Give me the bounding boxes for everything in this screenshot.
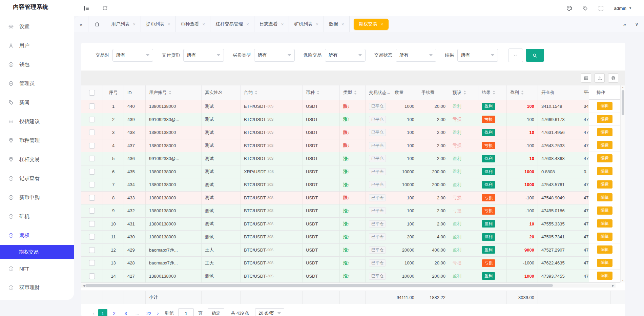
col-header-coin[interactable]: 币种 — [303, 85, 340, 100]
horizontal-scrollbar[interactable]: ◀ ▶ — [81, 283, 616, 288]
sidebar-item-miner[interactable]: 矿机 — [0, 207, 74, 226]
prev-page-icon[interactable]: ‹ — [91, 311, 96, 316]
sort-icon[interactable] — [354, 91, 357, 95]
sidebar-item-news[interactable]: 新闻 — [0, 93, 74, 112]
sidebar-item-records[interactable]: 记录查看 — [0, 169, 74, 188]
sidebar-item-currency[interactable]: 币种管理 — [0, 131, 74, 150]
tabs-menu-icon[interactable]: ∨ — [635, 21, 639, 27]
tab-data[interactable]: 数据× — [324, 16, 350, 32]
edit-button[interactable]: 编辑 — [597, 180, 612, 189]
sort-icon[interactable] — [255, 91, 257, 95]
goto-page-input[interactable] — [178, 308, 194, 316]
sidebar-item-admins[interactable]: 管理员 — [0, 74, 74, 93]
tab-close-icon[interactable]: × — [316, 22, 318, 27]
tab-close-icon[interactable]: × — [281, 22, 284, 27]
sidebar-item-nft[interactable]: NFT — [0, 259, 74, 278]
row-checkbox[interactable] — [89, 247, 95, 253]
sidebar-item-options[interactable]: 期权 — [0, 226, 74, 245]
sort-icon[interactable] — [317, 91, 319, 95]
tab-close-icon[interactable]: × — [246, 22, 249, 27]
edit-button[interactable]: 编辑 — [597, 206, 612, 215]
edit-button[interactable]: 编辑 — [597, 245, 612, 254]
confirm-button[interactable]: 确定 — [208, 308, 224, 316]
filter-select-pair[interactable]: 所有 — [112, 49, 153, 62]
home-tab-icon[interactable] — [88, 16, 106, 32]
sort-icon[interactable] — [521, 91, 524, 95]
print-icon[interactable] — [608, 73, 618, 83]
sidebar-item-wallet[interactable]: $钱包 — [0, 55, 74, 74]
edit-button[interactable]: 编辑 — [597, 154, 612, 162]
col-header-preset[interactable]: 预设 — [449, 85, 478, 100]
col-header-profit[interactable]: 盈利 — [507, 85, 538, 100]
row-checkbox[interactable] — [89, 103, 95, 109]
collapse-menu-icon[interactable] — [83, 5, 90, 12]
vertical-scroll-thumb[interactable] — [622, 90, 624, 115]
col-header-status[interactable]: 交易状态... — [366, 85, 391, 100]
pagination-page-22[interactable]: 22 — [144, 309, 153, 316]
pagination-page-3[interactable]: 3 — [121, 309, 130, 316]
sidebar-item-dual-finance[interactable]: 双币理财 — [0, 278, 74, 297]
refresh-icon[interactable] — [102, 5, 108, 12]
tab-close-icon[interactable]: × — [133, 22, 136, 27]
sidebar-item-feedback[interactable]: 投拆建议 — [0, 112, 74, 131]
col-header-contract[interactable]: 合约 — [241, 85, 303, 100]
scroll-right-icon[interactable]: ▶ — [611, 284, 615, 287]
row-checkbox[interactable] — [89, 260, 95, 266]
row-checkbox[interactable] — [89, 221, 95, 227]
tab-close-icon[interactable]: × — [168, 22, 170, 27]
tab-close-icon[interactable]: × — [203, 22, 205, 27]
tabs-scroll-left-icon[interactable]: « — [74, 16, 88, 32]
filter-select-trade-type[interactable]: 所有 — [254, 49, 295, 62]
tab-log-view[interactable]: 日志查看× — [254, 16, 289, 32]
sidebar-item-settings[interactable]: 设置 — [0, 17, 74, 36]
row-checkbox[interactable] — [89, 143, 95, 149]
edit-button[interactable]: 编辑 — [597, 115, 612, 123]
tab-close-icon[interactable]: × — [341, 22, 344, 27]
row-checkbox[interactable] — [89, 117, 95, 122]
scroll-down-icon[interactable]: ▼ — [622, 278, 624, 282]
filter-expand-button[interactable] — [508, 48, 523, 62]
tab-leverage-mgmt[interactable]: 杠杆交易管理× — [210, 16, 254, 32]
pagination-page-2[interactable]: 2 — [110, 309, 119, 316]
sort-icon[interactable] — [493, 91, 495, 95]
sidebar-item-users[interactable]: 用户 — [0, 36, 74, 55]
row-checkbox[interactable] — [89, 273, 95, 279]
tab-miner-list[interactable]: 矿机列表× — [289, 16, 324, 32]
filter-select-pay-currency[interactable]: 所有 — [183, 49, 224, 62]
filter-select-insurance[interactable]: 所有 — [325, 49, 366, 62]
row-checkbox[interactable] — [89, 182, 95, 187]
tag-icon[interactable] — [582, 5, 588, 12]
horizontal-scroll-thumb[interactable] — [85, 284, 553, 287]
edit-button[interactable]: 编辑 — [597, 219, 612, 228]
edit-button[interactable]: 编辑 — [597, 259, 612, 267]
row-checkbox[interactable] — [89, 156, 95, 161]
edit-button[interactable]: 编辑 — [597, 193, 612, 201]
export-download-icon[interactable] — [595, 73, 605, 83]
row-checkbox[interactable] — [89, 234, 95, 240]
row-checkbox[interactable] — [89, 208, 95, 214]
page-size-select[interactable]: 20 条/页 — [255, 308, 284, 316]
sort-icon[interactable] — [463, 91, 466, 95]
edit-button[interactable]: 编辑 — [597, 128, 612, 136]
row-checkbox[interactable] — [89, 195, 95, 201]
user-menu[interactable]: admin ▼ — [614, 6, 632, 11]
edit-button[interactable]: 编辑 — [597, 272, 612, 280]
pagination-page-1[interactable]: 1 — [98, 309, 107, 316]
tab-user-list[interactable]: 用户列表× — [106, 16, 141, 32]
edit-button[interactable]: 编辑 — [597, 141, 612, 149]
col-header-result[interactable]: 结果 — [478, 85, 507, 100]
scroll-left-icon[interactable]: ◀ — [82, 284, 85, 287]
edit-button[interactable]: 编辑 — [597, 167, 612, 175]
filter-select-trade-status[interactable]: 所有 — [396, 49, 436, 62]
tabs-scroll-right-icon[interactable]: » — [623, 21, 626, 27]
fullscreen-icon[interactable] — [598, 5, 604, 12]
columns-grid-icon[interactable] — [581, 73, 591, 83]
next-page-icon[interactable]: › — [156, 311, 160, 316]
vertical-scrollbar[interactable]: ▲ ▼ — [620, 85, 625, 282]
search-button[interactable] — [526, 49, 544, 62]
row-checkbox[interactable] — [89, 169, 95, 175]
scroll-up-icon[interactable]: ▲ — [622, 85, 624, 90]
tab-options-trade[interactable]: 期权交易× — [354, 19, 389, 30]
header-checkbox[interactable] — [89, 90, 95, 96]
sort-icon[interactable] — [169, 91, 171, 95]
